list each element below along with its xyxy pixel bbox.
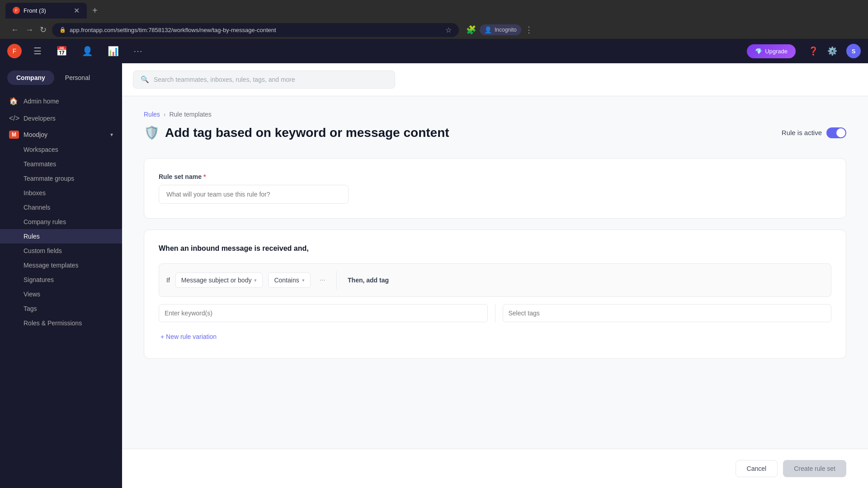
browser-chrome: F Front (3) ✕ + <box>0 0 868 21</box>
breadcrumb-rules[interactable]: Rules <box>144 111 160 118</box>
sidebar-sub-item-views[interactable]: Views <box>0 287 122 301</box>
tab-title: Front (3) <box>24 7 46 14</box>
keywords-input[interactable] <box>159 304 488 322</box>
page-header: 🛡️ Add tag based on keyword or message c… <box>144 125 846 140</box>
address-bar-row: ← → ↻ 🔒 app.frontapp.com/settings/tim:78… <box>0 21 868 39</box>
upgrade-button[interactable]: 💎 Upgrade <box>747 44 796 58</box>
sidebar-sub-item-company-rules[interactable]: Company rules <box>0 215 122 229</box>
sidebar-tab-company[interactable]: Company <box>7 70 54 85</box>
breadcrumb-rule-templates: Rule templates <box>169 111 211 118</box>
page-title-icon: 🛡️ <box>144 125 160 140</box>
upgrade-label: Upgrade <box>765 48 788 55</box>
page-title: 🛡️ Add tag based on keyword or message c… <box>144 125 449 140</box>
content-search-placeholder: Search teammates, inboxes, rules, tags, … <box>154 76 295 83</box>
tab-close-button[interactable]: ✕ <box>74 6 80 15</box>
sidebar-sub-item-teammates[interactable]: Teammates <box>0 157 122 171</box>
rule-divider <box>336 271 337 289</box>
tab-favicon: F <box>13 7 20 14</box>
new-rule-variation-label: + New rule variation <box>160 333 217 340</box>
rule-inputs-row <box>159 304 831 322</box>
incognito-avatar: 👤 <box>484 26 492 33</box>
cancel-button[interactable]: Cancel <box>736 460 778 477</box>
upgrade-icon: 💎 <box>755 48 762 55</box>
sidebar-sub-item-custom-fields[interactable]: Custom fields <box>0 244 122 258</box>
analytics-icon[interactable]: 📊 <box>105 43 122 59</box>
contacts-icon[interactable]: 👤 <box>79 43 96 59</box>
sidebar-section-moodjoy[interactable]: M Moodjoy ▾ <box>0 127 122 142</box>
main-layout: Company Personal 🏠 Admin home </> Develo… <box>0 63 868 488</box>
help-icon[interactable]: ❓ <box>808 46 818 56</box>
when-title: When an inbound message is received and, <box>159 244 831 253</box>
sidebar-item-developers[interactable]: </> Developers <box>0 110 122 127</box>
sidebar-tab-personal[interactable]: Personal <box>56 70 99 85</box>
incognito-button[interactable]: 👤 Incognito <box>480 24 521 35</box>
inbox-icon[interactable]: ☰ <box>31 43 44 59</box>
user-avatar[interactable]: S <box>846 44 861 58</box>
lock-icon: 🔒 <box>59 27 66 33</box>
app-toolbar: F ☰ 📅 👤 📊 ⋯ 💎 Upgrade ❓ ⚙️ S <box>0 39 868 63</box>
code-icon: </> <box>9 114 18 122</box>
sidebar-item-admin-home-label: Admin home <box>24 98 59 105</box>
content-search-bar[interactable]: 🔍 Search teammates, inboxes, rules, tags… <box>133 70 395 89</box>
sidebar-sub-item-teammate-groups[interactable]: Teammate groups <box>0 171 122 186</box>
forward-button[interactable]: → <box>24 23 35 37</box>
sidebar-sub-item-inboxes[interactable]: Inboxes <box>0 186 122 200</box>
when-section: When an inbound message is received and,… <box>144 230 846 359</box>
breadcrumb-separator: › <box>164 111 166 118</box>
tags-input[interactable] <box>503 304 832 322</box>
sidebar-sub-item-tags[interactable]: Tags <box>0 301 122 316</box>
settings-icon[interactable]: ⚙️ <box>827 46 837 56</box>
rule-set-name-label: Rule set name * <box>159 173 831 180</box>
new-rule-variation-button[interactable]: + New rule variation <box>159 329 831 344</box>
search-icon: 🔍 <box>141 75 149 84</box>
app-logo: F <box>7 44 22 58</box>
browser-tab[interactable]: F Front (3) ✕ <box>5 3 87 19</box>
incognito-label: Incognito <box>495 27 517 33</box>
content-area: 🔍 Search teammates, inboxes, rules, tags… <box>122 63 868 488</box>
rule-active-switch[interactable] <box>826 127 846 138</box>
browser-menu-icon[interactable]: ⋮ <box>525 25 533 35</box>
home-icon: 🏠 <box>9 97 18 105</box>
address-bar[interactable]: 🔒 app.frontapp.com/settings/tim:7858132/… <box>52 23 459 37</box>
page-title-text: Add tag based on keyword or message cont… <box>165 126 449 140</box>
bookmark-icon[interactable]: ☆ <box>445 26 452 34</box>
sidebar-sub-item-rules[interactable]: Rules <box>0 229 122 244</box>
operator-dropdown-arrow: ▾ <box>302 277 305 283</box>
required-indicator: * <box>203 173 206 180</box>
rule-active-label: Rule is active <box>782 129 822 136</box>
calendar-icon[interactable]: 📅 <box>53 43 70 59</box>
condition-dropdown[interactable]: Message subject or body ▾ <box>175 272 263 288</box>
sidebar-section-moodjoy-label: Moodjoy <box>24 131 47 138</box>
breadcrumb: Rules › Rule templates <box>144 111 846 118</box>
rule-condition-row: If Message subject or body ▾ Contains ▾ … <box>159 263 831 297</box>
new-tab-button[interactable]: + <box>92 5 98 16</box>
extensions-icon[interactable]: 🧩 <box>466 25 476 35</box>
page-footer: Cancel Create rule set <box>122 449 868 488</box>
reload-button[interactable]: ↻ <box>38 23 48 37</box>
content-search-section: 🔍 Search teammates, inboxes, rules, tags… <box>122 63 868 96</box>
sidebar-sub-item-signatures[interactable]: Signatures <box>0 272 122 287</box>
then-label: Then, add tag <box>348 277 389 284</box>
url-text: app.frontapp.com/settings/tim:7858132/wo… <box>70 27 276 33</box>
sidebar-tabs: Company Personal <box>0 70 122 85</box>
form-section-rule-name: Rule set name * <box>144 158 846 219</box>
rule-set-name-input[interactable] <box>159 185 349 204</box>
rule-active-toggle: Rule is active <box>782 127 846 138</box>
if-label: If <box>166 277 170 284</box>
sidebar-item-admin-home[interactable]: 🏠 Admin home <box>0 92 122 110</box>
sidebar-sub-item-roles-permissions[interactable]: Roles & Permissions <box>0 316 122 330</box>
sidebar-sub-item-channels[interactable]: Channels <box>0 200 122 215</box>
operator-dropdown[interactable]: Contains ▾ <box>268 272 310 288</box>
page-main-content: Rules › Rule templates 🛡️ Add tag based … <box>122 96 868 449</box>
condition-dropdown-label: Message subject or body <box>181 277 252 284</box>
condition-dropdown-arrow: ▾ <box>254 277 257 283</box>
sidebar-item-developers-label: Developers <box>24 115 56 122</box>
create-rule-set-button[interactable]: Create rule set <box>783 460 846 477</box>
more-options-button[interactable]: ··· <box>316 274 329 286</box>
moodjoy-org-icon: M <box>9 131 19 139</box>
sidebar-sub-item-message-templates[interactable]: Message templates <box>0 258 122 272</box>
more-icon[interactable]: ⋯ <box>131 43 145 59</box>
sidebar-sub-item-workspaces[interactable]: Workspaces <box>0 142 122 157</box>
sidebar: Company Personal 🏠 Admin home </> Develo… <box>0 63 122 488</box>
back-button[interactable]: ← <box>9 23 21 37</box>
